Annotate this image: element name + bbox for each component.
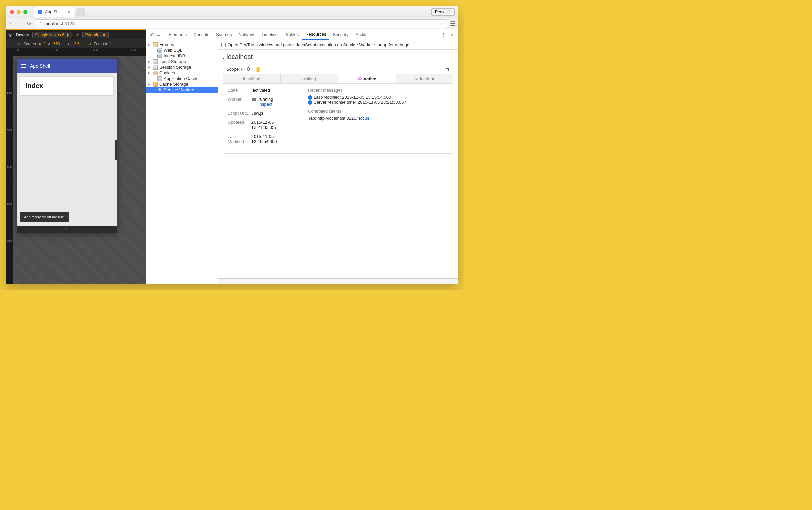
bell-icon[interactable]: 🔔 [255,66,261,72]
sw-tab-waiting[interactable]: waiting [280,74,338,83]
close-tab-icon[interactable]: × [67,9,70,15]
gear-icon: ⚙ [157,88,162,92]
sw-origin: . localhost [218,50,458,64]
inspect-element-icon[interactable]: ⬀ [149,32,155,37]
browser-tab[interactable]: App Shell × [34,7,74,17]
sw-tab-installing[interactable]: installing [223,74,280,83]
tree-item-label: Service Workers [163,87,195,92]
device-bar: ⊘ Device Google Nexus 6 ▲▼ ⟳ Portrait - … [6,29,146,39]
recent-message: iLast-Modified: 2015-11-05 13:15:54.000 [308,95,449,100]
minimize-window-button[interactable] [17,10,21,14]
tab-network[interactable]: Network [235,29,258,40]
device-select[interactable]: Google Nexus 6 ▲▼ [32,32,72,38]
tree-item-indexeddb[interactable]: IndexedDB [147,53,218,59]
devtools-footer [218,278,458,284]
forward-button[interactable]: → [18,21,23,27]
devtools-pane: ⬀ ▭ Elements Console Sources Network Tim… [147,29,458,284]
favicon [38,10,42,15]
rotate-icon[interactable]: ⟳ [76,33,79,37]
tree-item-session-storage[interactable]: ▶Session Storage [147,64,218,70]
device-label: Device [16,33,29,37]
bookmark-icon[interactable]: ☆ [440,21,445,26]
tree-item-label: Local Storage [159,59,186,64]
tab-security[interactable]: Security [329,29,352,40]
page-icon: 🗋 [38,21,42,26]
chevron-updown-icon: ▲▼ [103,33,106,37]
tree-item-local-storage[interactable]: ▶Local Storage [147,59,218,64]
new-tab-button[interactable] [76,8,85,16]
app-body: Index App ready for offline use. [17,73,117,226]
toggle-device-icon[interactable]: ▭ [155,32,162,37]
sw-tab-active[interactable]: ⚙active [338,74,396,83]
toolbar: ← → ⟳ 🗋 localhost:3123 ☆ ☰ [6,18,458,29]
window-controls [6,10,31,14]
resources-detail: Open DevTools window and pause JavaScrip… [218,40,458,284]
tree-item-cache-storage[interactable]: ▶Cache Storage [147,81,218,87]
controlled-client: Tab: http://localhost:3123/ focus [308,116,449,121]
recent-messages-label: Recent messages [308,88,449,93]
tree-item-label: Web SQL [163,48,182,53]
tree-item-web-sql[interactable]: Web SQL [147,47,218,53]
address-bar[interactable]: 🗋 localhost:3123 ☆ [35,20,448,28]
info-icon: i [308,101,312,105]
orientation-select[interactable]: Portrait - ▲▼ [82,32,109,38]
no-entry-icon[interactable]: ⊘ [9,32,13,38]
worker-value: running inspect [252,97,273,107]
tree-item-frames[interactable]: ▶Frames [147,41,218,47]
inspect-link[interactable]: inspect [259,102,272,107]
hamburger-icon[interactable] [21,64,26,68]
sw-state-tabs: installing waiting ⚙active redundant [223,74,453,84]
close-window-button[interactable] [10,10,14,14]
tree-item-cookies[interactable]: ▶Cookies [147,70,218,76]
pause-on-start-row: Open DevTools window and pause JavaScrip… [218,40,458,50]
menu-icon[interactable]: ☰ [450,20,455,27]
lastmod-label: Last-Modified [228,134,251,144]
tab-resources[interactable]: Resources [302,29,329,40]
stop-icon[interactable] [252,98,256,102]
emulated-device: App Shell Index App ready for offline us… [17,59,117,233]
tab-timeline[interactable]: Timeline [258,29,281,40]
tab-audits[interactable]: Audits [352,29,370,40]
network-waterfall-icon[interactable]: ≕ [6,11,6,16]
profile-button[interactable]: Person 1 [431,8,455,16]
tree-item-service-workers[interactable]: ⚙Service Workers [147,87,218,93]
close-devtools-icon[interactable]: ✕ [450,32,454,37]
window-titlebar: App Shell × Person 1 [6,6,458,18]
db-icon [157,54,162,58]
maximize-window-button[interactable] [23,10,27,14]
scroll-indicator [115,140,117,160]
tab-title: App Shell [45,10,62,15]
tab-console[interactable]: Console [190,29,213,40]
tab-sources[interactable]: Sources [213,29,235,40]
pause-checkbox[interactable] [221,42,226,47]
screen-checkbox[interactable]: ☑ [18,42,21,46]
controlled-clients-label: Controlled clients [308,109,449,114]
screen-width[interactable]: 412 [39,41,46,46]
tab-profiles[interactable]: Profiles [281,29,302,40]
more-icon[interactable]: ⋮ [442,32,446,37]
worker-label: Worker [228,97,252,102]
script-url-value: /sw.js [252,111,263,116]
devtools-tabs: ⬀ ▭ Elements Console Sources Network Tim… [147,29,458,40]
dpr-value[interactable]: 3.5 [74,41,80,46]
focus-link[interactable]: focus [359,116,369,121]
trash-icon[interactable]: 🗑 [445,66,450,72]
url-text: localhost:3123 [44,21,74,26]
back-button[interactable]: ← [9,21,15,27]
tree-item-label: IndexedDB [163,53,185,58]
tab-elements[interactable]: Elements [165,29,190,40]
cache-icon [153,82,157,87]
device-nav-bar: ≡ [17,226,117,233]
scope-label: Scope: / [227,66,242,72]
gear-icon: ⚙ [358,76,362,81]
screen-bar: ≕ ☑ Screen 412 × 659 ⊡ 3.5 ☑ Zoom to fit [6,39,146,48]
sw-tab-redundant[interactable]: redundant [396,74,453,83]
gear-icon[interactable]: ⚙ [246,66,251,72]
screen-height[interactable]: 659 [53,41,60,46]
db-icon [157,48,162,53]
tree-item-application-cache[interactable]: Application Cache [147,76,218,81]
reload-button[interactable]: ⟳ [26,21,32,27]
zoom-checkbox[interactable]: ☑ [88,42,91,46]
card-heading: Index [26,82,108,90]
tree-item-label: Session Storage [159,64,191,69]
